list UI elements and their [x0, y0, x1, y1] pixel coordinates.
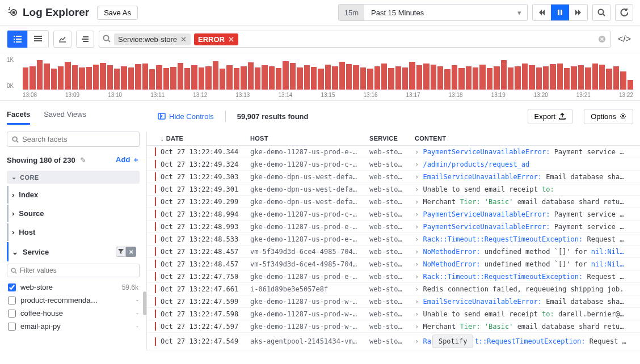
- histogram-bar[interactable]: [51, 69, 57, 90]
- histogram-bar[interactable]: [473, 67, 478, 90]
- chart-view-button[interactable]: [53, 31, 71, 48]
- histogram-bar[interactable]: [628, 80, 633, 90]
- histogram-bar[interactable]: [360, 67, 366, 90]
- histogram-bar[interactable]: [416, 65, 422, 90]
- histogram-bar[interactable]: [592, 64, 598, 90]
- facet-value-checkbox[interactable]: [8, 283, 16, 291]
- histogram-bar[interactable]: [325, 65, 331, 90]
- histogram-bar[interactable]: [332, 66, 338, 90]
- histogram-bar[interactable]: [114, 69, 120, 90]
- table-row[interactable]: Oct 27 13:22:48.457 vm-5f349d3d-6ce4-498…: [147, 258, 640, 270]
- facet-index[interactable]: ›Index: [7, 186, 140, 204]
- histogram-bar[interactable]: [458, 68, 464, 90]
- histogram-bar[interactable]: [241, 66, 246, 90]
- histogram-bar[interactable]: [388, 68, 394, 90]
- histogram-bar[interactable]: [437, 66, 443, 90]
- rewind-button[interactable]: [533, 5, 551, 20]
- histogram-bar[interactable]: [508, 67, 513, 90]
- remove-chip-icon[interactable]: ✕: [228, 35, 234, 44]
- histogram-bar[interactable]: [550, 64, 555, 90]
- add-facet-button[interactable]: Add ＋: [116, 155, 140, 165]
- table-row[interactable]: Oct 27 13:22:48.533 gke-demo-11287-us-pr…: [147, 233, 640, 246]
- refresh-button[interactable]: [615, 4, 633, 21]
- col-service[interactable]: SERVICE: [365, 135, 410, 142]
- histogram-bar[interactable]: [339, 62, 345, 90]
- facet-search-input[interactable]: [7, 132, 140, 147]
- histogram-bar[interactable]: [156, 65, 162, 90]
- histogram-bar[interactable]: [170, 67, 176, 90]
- facet-value-row[interactable]: coffee-house-: [7, 307, 140, 320]
- table-row[interactable]: Oct 27 13:22:47.661 i-061d89be3e5057e8f …: [147, 283, 640, 295]
- facet-value-row[interactable]: web-store59.6k: [7, 281, 140, 294]
- histogram-bar[interactable]: [163, 68, 169, 90]
- table-row[interactable]: Oct 27 13:22:47.599 gke-demo-11287-us-pr…: [147, 295, 640, 308]
- histogram-bar[interactable]: [423, 64, 429, 90]
- histogram-bar[interactable]: [487, 68, 492, 90]
- forward-button[interactable]: [569, 5, 587, 20]
- histogram-bar[interactable]: [255, 67, 260, 90]
- histogram-bar[interactable]: [606, 69, 612, 90]
- scrollbar[interactable]: [143, 291, 146, 315]
- table-row[interactable]: Oct 27 13:22:49.299 gke-demo-dpn-us-west…: [147, 196, 640, 208]
- facet-value-checkbox[interactable]: [8, 310, 16, 318]
- table-row[interactable]: Oct 27 13:22:47.598 gke-demo-11287-us-pr…: [147, 308, 640, 320]
- facet-value-row[interactable]: email-api-py-: [7, 320, 140, 333]
- clear-query-button[interactable]: [597, 34, 607, 44]
- table-row[interactable]: Oct 27 13:22:48.994 gke-demo-11287-us-pr…: [147, 208, 640, 221]
- histogram-bar[interactable]: [142, 64, 148, 90]
- pause-button[interactable]: [551, 5, 569, 20]
- histogram-bar[interactable]: [353, 65, 359, 90]
- compact-view-button[interactable]: [28, 31, 48, 48]
- histogram-bar[interactable]: [452, 65, 457, 90]
- histogram-bar[interactable]: [58, 66, 64, 90]
- histogram-bar[interactable]: [121, 66, 127, 90]
- histogram-bar[interactable]: [536, 67, 542, 90]
- histogram-bar[interactable]: [128, 67, 134, 90]
- histogram-bar[interactable]: [65, 62, 70, 90]
- histogram-bar[interactable]: [564, 68, 570, 90]
- pattern-view-button[interactable]: [76, 31, 94, 48]
- facet-value-row[interactable]: product-recommenda…-: [7, 294, 140, 307]
- facet-service[interactable]: ⌄Service ✕: [7, 242, 140, 261]
- table-row[interactable]: Oct 27 13:22:48.457 vm-5f349d3d-6ce4-498…: [147, 246, 640, 258]
- histogram-bar[interactable]: [44, 64, 49, 90]
- histogram-bar[interactable]: [494, 66, 499, 90]
- histogram-bar[interactable]: [100, 63, 106, 90]
- histogram-bar[interactable]: [276, 68, 281, 90]
- facet-value-filter[interactable]: [7, 264, 140, 277]
- table-row[interactable]: Oct 27 13:22:49.301 gke-demo-dpn-us-west…: [147, 183, 640, 196]
- table-row[interactable]: Oct 27 13:22:48.993 gke-demo-11287-us-pr…: [147, 221, 640, 233]
- histogram-bar[interactable]: [30, 66, 35, 90]
- histogram-bar[interactable]: [149, 69, 155, 90]
- table-row[interactable]: Oct 27 13:22:47.597 gke-demo-11287-us-pr…: [147, 320, 640, 333]
- histogram-bar[interactable]: [226, 65, 232, 90]
- histogram-bar[interactable]: [367, 69, 373, 90]
- tab-saved-views[interactable]: Saved Views: [44, 108, 86, 125]
- histogram-bar[interactable]: [409, 62, 415, 90]
- filter-chip-error[interactable]: ERROR✕: [194, 33, 238, 45]
- code-toggle-button[interactable]: </>: [616, 32, 633, 46]
- facet-group-core[interactable]: ⌄CORE: [7, 171, 140, 184]
- search-button[interactable]: [592, 4, 610, 21]
- table-row[interactable]: Oct 27 13:22:49.303 gke-demo-dpn-us-west…: [147, 171, 640, 183]
- histogram-bar[interactable]: [23, 67, 28, 90]
- facet-clear-button[interactable]: ✕: [126, 247, 136, 257]
- histogram-bar[interactable]: [79, 67, 85, 90]
- hide-controls-button[interactable]: Hide Controls: [158, 112, 214, 121]
- histogram-bar[interactable]: [311, 67, 317, 90]
- table-row[interactable]: Oct 27 13:22:49.344 gke-demo-11287-us-pr…: [147, 146, 640, 158]
- histogram-bar[interactable]: [318, 69, 323, 90]
- histogram-bar[interactable]: [234, 68, 239, 90]
- histogram-bar[interactable]: [290, 63, 296, 90]
- facet-value-checkbox[interactable]: [8, 323, 16, 331]
- histogram-bar[interactable]: [578, 65, 584, 90]
- filter-chip-service[interactable]: Service:web-store✕: [114, 33, 191, 45]
- list-view-button[interactable]: [7, 31, 28, 48]
- histogram-bar[interactable]: [557, 64, 563, 90]
- time-range-picker[interactable]: 15m Past 15 Minutes ▾: [338, 4, 528, 21]
- histogram-bar[interactable]: [248, 62, 254, 90]
- edit-facets-button[interactable]: ✎: [80, 156, 86, 164]
- histogram-bar[interactable]: [107, 65, 113, 90]
- histogram-bar[interactable]: [444, 69, 450, 90]
- histogram-bar[interactable]: [585, 67, 591, 90]
